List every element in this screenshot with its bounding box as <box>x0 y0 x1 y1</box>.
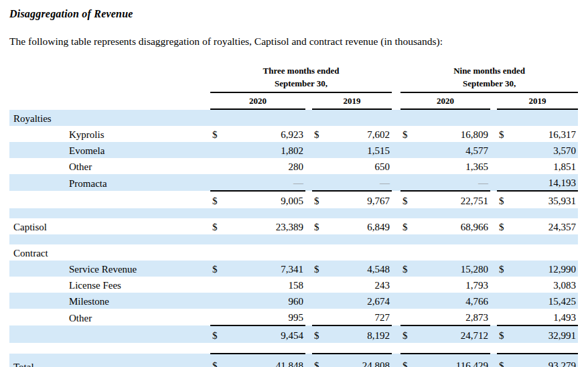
value-cell: 15,425 <box>513 293 578 309</box>
row-label: Other <box>9 309 210 325</box>
column-gap <box>490 142 497 158</box>
header-gap <box>305 92 312 109</box>
value-cell: — <box>417 174 490 191</box>
row-label <box>9 325 210 343</box>
value-cell: 650 <box>328 158 392 174</box>
dollar-sign <box>312 174 328 191</box>
column-gap <box>490 325 497 343</box>
value-cell: 4,577 <box>417 142 490 158</box>
dollar-sign <box>497 277 513 293</box>
dollar-sign: $ <box>210 261 226 277</box>
spacer-cell <box>9 234 578 244</box>
value-cell: 16,809 <box>417 126 490 142</box>
value-cell: — <box>226 174 305 191</box>
year-header-9mo-2019: 2019 <box>497 92 578 109</box>
dollar-sign <box>400 277 417 293</box>
dollar-sign <box>312 309 328 325</box>
header-gap <box>392 92 400 109</box>
value-cell: 960 <box>226 293 305 309</box>
period-sublabel: September 30, <box>210 77 392 90</box>
dollar-sign: $ <box>210 325 226 343</box>
dollar-sign <box>497 174 513 191</box>
dollar-sign: $ <box>312 218 328 234</box>
row-kyprolis: Kyprolis$6,923$7,602$16,809$16,317 <box>9 126 578 142</box>
value-cell: 68,966 <box>417 218 490 234</box>
dollar-sign <box>210 309 226 325</box>
value-cell: 8,192 <box>328 325 392 343</box>
column-gap <box>392 191 400 208</box>
column-gap <box>305 174 312 191</box>
year-header-3mo-2019: 2019 <box>312 92 392 109</box>
dollar-sign <box>400 309 417 325</box>
dollar-sign <box>210 158 226 174</box>
dollar-sign: $ <box>497 191 513 208</box>
dollar-sign <box>210 142 226 158</box>
column-gap <box>490 261 497 277</box>
spacer-cell <box>9 208 578 218</box>
dollar-sign <box>497 309 513 325</box>
value-cell: 24,712 <box>417 325 490 343</box>
dollar-sign <box>497 158 513 174</box>
dollar-sign <box>210 277 226 293</box>
value-cell: 24,357 <box>513 218 578 234</box>
dollar-sign: $ <box>312 354 328 367</box>
dollar-sign: $ <box>312 191 328 208</box>
document-page: Disaggregation of Revenue The following … <box>0 0 588 367</box>
dollar-sign: $ <box>312 261 328 277</box>
row-license-fees: License Fees1582431,7933,083 <box>9 277 578 293</box>
dollar-sign: $ <box>400 126 417 142</box>
dollar-sign <box>312 293 328 309</box>
dollar-sign <box>312 142 328 158</box>
column-gap <box>490 126 497 142</box>
value-cell: 32,991 <box>513 325 578 343</box>
value-cell: 2,674 <box>328 293 392 309</box>
dollar-sign <box>400 142 417 158</box>
period-sublabel: September 30, <box>400 77 578 90</box>
column-gap <box>392 174 400 191</box>
value-cell: 6,849 <box>328 218 392 234</box>
column-gap <box>305 142 312 158</box>
dollar-sign: $ <box>497 126 513 142</box>
row-service-revenue: Service Revenue$7,341$4,548$15,280$12,99… <box>9 261 578 277</box>
dollar-sign: $ <box>210 126 226 142</box>
header-gap <box>392 64 400 92</box>
row-label: Service Revenue <box>9 261 210 277</box>
spacer-row <box>9 343 578 354</box>
value-cell: 1,493 <box>513 309 578 325</box>
column-gap <box>305 293 312 309</box>
period-label: Nine months ended <box>400 64 578 77</box>
year-header-9mo-2020: 2020 <box>400 92 490 109</box>
column-gap <box>490 191 497 208</box>
dollar-sign <box>312 277 328 293</box>
row-total: Total$41,848$24,808$116,429$93,279 <box>9 354 578 367</box>
value-cell: 9,454 <box>226 325 305 343</box>
value-cell: 24,808 <box>328 354 392 367</box>
dollar-sign: $ <box>400 261 417 277</box>
row-captisol: Captisol$23,389$6,849$68,966$24,357 <box>9 218 578 234</box>
value-cell: 1,365 <box>417 158 490 174</box>
period-header-row: Three months ended September 30, Nine mo… <box>9 64 578 92</box>
value-cell: 1,802 <box>226 142 305 158</box>
column-gap <box>305 158 312 174</box>
column-gap <box>305 126 312 142</box>
row-royalties: Royalties <box>9 109 578 126</box>
value-cell: 995 <box>226 309 305 325</box>
page-title: Disaggregation of Revenue <box>9 8 579 20</box>
table-body: RoyaltiesKyprolis$6,923$7,602$16,809$16,… <box>9 109 578 367</box>
year-header-row: 2020 2019 2020 2019 <box>9 92 578 109</box>
dollar-sign <box>497 293 513 309</box>
row-label: License Fees <box>9 277 210 293</box>
spacer-cell <box>9 343 578 354</box>
dollar-sign: $ <box>400 191 417 208</box>
value-cell: 116,429 <box>417 354 490 367</box>
value-cell: 93,279 <box>513 354 578 367</box>
column-gap <box>392 142 400 158</box>
value-cell: 3,083 <box>513 277 578 293</box>
row-label: Promacta <box>9 174 210 191</box>
row-subtotal: $9,005$9,767$22,751$35,931 <box>9 191 578 208</box>
value-cell: 35,931 <box>513 191 578 208</box>
header-gap <box>490 92 497 109</box>
dollar-sign: $ <box>210 354 226 367</box>
row-label: Evomela <box>9 142 210 158</box>
header-spacer <box>9 92 210 109</box>
